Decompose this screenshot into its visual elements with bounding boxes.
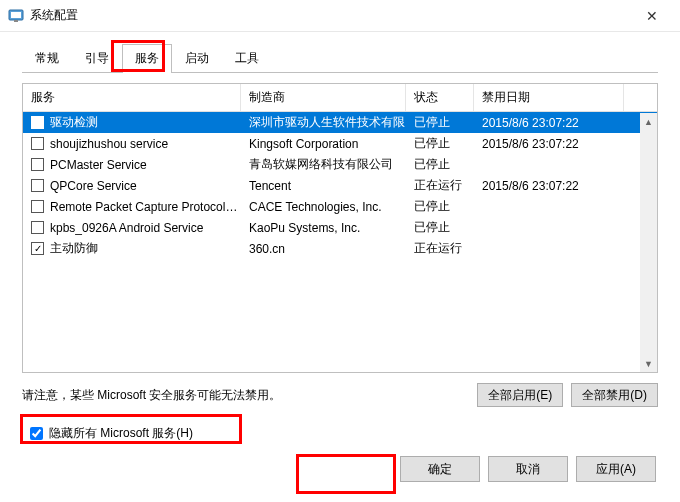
table-row[interactable]: shoujizhushou serviceKingsoft Corporatio…	[23, 133, 657, 154]
service-checkbox[interactable]	[31, 242, 44, 255]
services-list: 服务 制造商 状态 禁用日期 驱动检测深圳市驱动人生软件技术有限…已停止2015…	[22, 83, 658, 373]
cell-disable-date	[474, 196, 624, 217]
cell-manufacturer: Tencent	[241, 175, 406, 196]
svg-rect-2	[14, 20, 18, 22]
close-button[interactable]: ✕	[632, 2, 672, 30]
enable-all-button[interactable]: 全部启用(E)	[477, 383, 563, 407]
service-name: Remote Packet Capture Protocol…	[50, 200, 237, 214]
cell-status: 正在运行	[406, 238, 474, 259]
cell-service: shoujizhushou service	[23, 133, 241, 154]
disable-all-button[interactable]: 全部禁用(D)	[571, 383, 658, 407]
service-checkbox[interactable]	[31, 221, 44, 234]
tab-boot[interactable]: 引导	[72, 44, 122, 73]
cell-manufacturer: Kingsoft Corporation	[241, 133, 406, 154]
cell-status: 已停止	[406, 196, 474, 217]
cell-status: 已停止	[406, 217, 474, 238]
service-name: 主动防御	[50, 240, 98, 257]
cell-disable-date	[474, 238, 624, 259]
tab-tools[interactable]: 工具	[222, 44, 272, 73]
cell-disable-date: 2015/8/6 23:07:22	[474, 133, 624, 154]
service-checkbox[interactable]	[31, 116, 44, 129]
service-name: PCMaster Service	[50, 158, 147, 172]
cell-status: 已停止	[406, 154, 474, 175]
cell-status: 已停止	[406, 112, 474, 133]
cell-service: PCMaster Service	[23, 154, 241, 175]
service-name: shoujizhushou service	[50, 137, 168, 151]
table-row[interactable]: 驱动检测深圳市驱动人生软件技术有限…已停止2015/8/6 23:07:22	[23, 112, 657, 133]
cell-disable-date: 2015/8/6 23:07:22	[474, 175, 624, 196]
table-row[interactable]: kpbs_0926A Android ServiceKaoPu Systems,…	[23, 217, 657, 238]
table-row[interactable]: 主动防御360.cn正在运行	[23, 238, 657, 259]
service-name: 驱动检测	[50, 114, 98, 131]
service-checkbox[interactable]	[31, 179, 44, 192]
tab-bar: 常规 引导 服务 启动 工具	[0, 32, 680, 73]
table-row[interactable]: QPCore ServiceTencent正在运行2015/8/6 23:07:…	[23, 175, 657, 196]
table-row[interactable]: PCMaster Service青岛软媒网络科技有限公司已停止	[23, 154, 657, 175]
cell-service: QPCore Service	[23, 175, 241, 196]
ok-button[interactable]: 确定	[400, 456, 480, 482]
cell-status: 正在运行	[406, 175, 474, 196]
cell-manufacturer: 青岛软媒网络科技有限公司	[241, 154, 406, 175]
cell-status: 已停止	[406, 133, 474, 154]
list-header: 服务 制造商 状态 禁用日期	[23, 84, 657, 112]
cell-manufacturer: 360.cn	[241, 238, 406, 259]
apply-button[interactable]: 应用(A)	[576, 456, 656, 482]
svg-rect-1	[11, 12, 21, 18]
scrollbar[interactable]: ▲ ▼	[640, 113, 657, 372]
header-status[interactable]: 状态	[406, 84, 474, 111]
header-service[interactable]: 服务	[23, 84, 241, 111]
app-icon	[8, 8, 24, 24]
cell-service: 主动防御	[23, 238, 241, 259]
window-title: 系统配置	[30, 7, 632, 24]
cell-manufacturer: KaoPu Systems, Inc.	[241, 217, 406, 238]
cell-service: 驱动检测	[23, 112, 241, 133]
service-name: kpbs_0926A Android Service	[50, 221, 203, 235]
table-row[interactable]: Remote Packet Capture Protocol…CACE Tech…	[23, 196, 657, 217]
hide-ms-checkbox[interactable]	[30, 427, 43, 440]
cell-manufacturer: CACE Technologies, Inc.	[241, 196, 406, 217]
tab-general[interactable]: 常规	[22, 44, 72, 73]
cancel-button[interactable]: 取消	[488, 456, 568, 482]
header-manufacturer[interactable]: 制造商	[241, 84, 406, 111]
cell-service: kpbs_0926A Android Service	[23, 217, 241, 238]
service-checkbox[interactable]	[31, 137, 44, 150]
hide-ms-option[interactable]: 隐藏所有 Microsoft 服务(H)	[22, 425, 658, 442]
service-name: QPCore Service	[50, 179, 137, 193]
tab-services[interactable]: 服务	[122, 44, 172, 73]
scroll-down-icon[interactable]: ▼	[640, 355, 657, 372]
scroll-up-icon[interactable]: ▲	[640, 113, 657, 130]
cell-service: Remote Packet Capture Protocol…	[23, 196, 241, 217]
cell-disable-date: 2015/8/6 23:07:22	[474, 112, 624, 133]
header-disable-date[interactable]: 禁用日期	[474, 84, 624, 111]
cell-disable-date	[474, 154, 624, 175]
hide-ms-label[interactable]: 隐藏所有 Microsoft 服务(H)	[49, 425, 193, 442]
notice-text: 请注意，某些 Microsoft 安全服务可能无法禁用。	[22, 387, 477, 404]
service-checkbox[interactable]	[31, 158, 44, 171]
service-checkbox[interactable]	[31, 200, 44, 213]
cell-manufacturer: 深圳市驱动人生软件技术有限…	[241, 112, 406, 133]
tab-startup[interactable]: 启动	[172, 44, 222, 73]
cell-disable-date	[474, 217, 624, 238]
